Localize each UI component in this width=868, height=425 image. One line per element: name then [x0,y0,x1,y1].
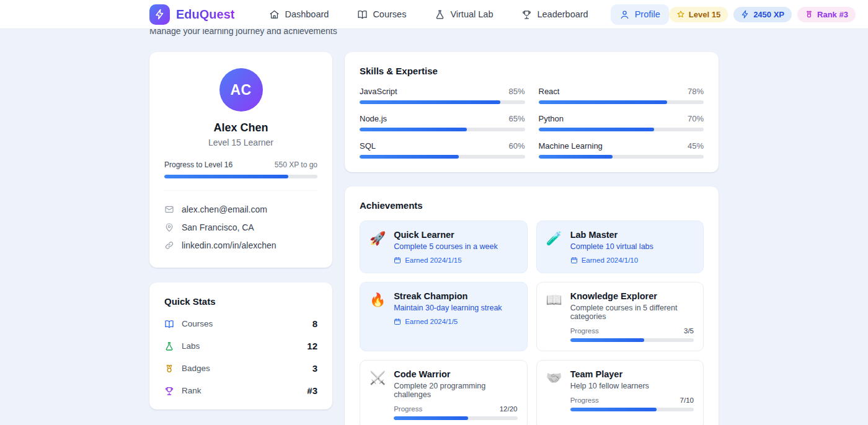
calendar-icon [394,256,401,264]
achievement-name: Knowledge Explorer [570,291,694,301]
test-tube-icon: 🧪 [546,230,562,264]
stat-label: Courses [182,319,213,328]
skill-name: Python [539,114,564,123]
trophy-icon [521,9,532,20]
rocket-icon: 🚀 [370,230,386,264]
skill-name: SQL [360,141,376,151]
skill-percent: 85% [508,87,525,96]
achievement-progress-bar [394,416,517,420]
medal-icon [164,364,174,374]
person-icon [619,9,630,20]
right-column: Skills & Expertise JavaScript85% React78… [345,52,719,425]
skills-grid: JavaScript85% React78% Node.js65% Python… [360,87,704,159]
achievement-desc: Help 10 fellow learners [570,382,694,390]
skill-machine-learning: Machine Learning45% [539,141,704,159]
progress-value: 7/10 [680,397,694,404]
nav-label: Courses [373,9,406,19]
email-value: alex.chen@email.com [182,204,267,214]
skill-percent: 60% [508,141,525,151]
skill-bar [360,100,525,104]
stat-value: 8 [312,318,317,329]
rank-badge[interactable]: Rank #3 [797,7,856,22]
stat-value: 12 [307,341,317,351]
achievement-team-player[interactable]: 🤝 Team Player Help 10 fellow learners Pr… [536,360,704,425]
xp-badge-label: 2450 XP [753,10,784,19]
calendar-icon [394,318,401,325]
nav-leaderboard[interactable]: Leaderboard [515,5,594,24]
profile-card: AC Alex Chen Level 15 Learner Progress t… [149,52,332,268]
skill-name: React [539,87,560,96]
achievement-name: Code Warrior [394,369,517,379]
stat-badges: Badges 3 [164,363,317,374]
achievement-knowledge-explorer[interactable]: 📖 Knowledge Explorer Complete courses in… [536,282,704,351]
achievements-title: Achievements [360,200,704,211]
contact-linkedin[interactable]: linkedin.com/in/alexchen [164,236,317,254]
skill-bar [360,155,525,159]
profile-name: Alex Chen [164,121,317,134]
xp-to-go-label: 550 XP to go [275,160,317,169]
profile-page: Manage your learning journey and achieve… [149,0,719,425]
profile-level-title: Level 15 Learner [164,138,317,147]
nav-profile[interactable]: Profile [611,4,669,25]
calendar-icon [570,256,578,264]
achievement-lab-master[interactable]: 🧪 Lab Master Complete 10 virtual labs Ea… [536,221,704,273]
skill-name: Node.js [360,114,387,123]
stat-label: Labs [182,341,200,351]
main-nav: Dashboard Courses Virtual Lab Leaderboar… [263,4,668,25]
stat-labs: Labs 12 [164,341,317,351]
achievement-code-warrior[interactable]: ⚔️ Code Warrior Complete 20 programming … [360,360,528,425]
progress-value: 3/5 [684,327,694,335]
crossed-swords-icon: ⚔️ [370,369,386,420]
stat-rank: Rank #3 [164,385,317,396]
progress-label: Progress [570,327,599,335]
achievement-desc: Complete 10 virtual labs [570,242,694,251]
stat-value: #3 [307,385,317,396]
xp-badge[interactable]: 2450 XP [733,7,792,22]
achievement-name: Streak Champion [394,291,517,301]
achievement-desc: Complete 20 programming challenges [394,382,517,399]
nav-courses[interactable]: Courses [351,5,412,24]
stat-label: Badges [182,364,210,373]
skill-react: React78% [539,87,704,104]
skill-python: Python70% [539,114,704,131]
level-progress-label: Progress to Level 16 [164,160,232,169]
earned-date: Earned 2024/1/15 [405,256,461,264]
home-icon [269,9,280,20]
skill-percent: 45% [688,141,704,151]
contact-location: San Francisco, CA [164,218,317,236]
brand-name: EduQuest [176,7,234,22]
nav-label: Dashboard [285,9,329,19]
nav-dashboard[interactable]: Dashboard [263,5,335,24]
skill-percent: 70% [688,114,704,123]
achievement-streak-champion[interactable]: 🔥 Streak Champion Maintain 30-day learni… [360,282,528,351]
brand[interactable]: EduQuest [149,4,234,25]
contact-email: alex.chen@email.com [164,200,317,218]
trophy-icon [164,386,174,396]
skill-nodejs: Node.js65% [360,114,525,131]
achievement-desc: Complete courses in 5 different categori… [570,304,694,321]
achievement-name: Lab Master [570,230,694,240]
location-pin-icon [164,222,174,232]
skill-name: JavaScript [360,87,397,96]
flask-icon [164,341,174,351]
skill-javascript: JavaScript85% [360,87,525,104]
linkedin-value: linkedin.com/in/alexchen [182,240,277,250]
nav-virtual-lab[interactable]: Virtual Lab [428,5,499,24]
handshake-icon: 🤝 [546,369,562,420]
achievements-card: Achievements 🚀 Quick Learner Complete 5 … [345,186,719,425]
skills-card: Skills & Expertise JavaScript85% React78… [345,52,719,172]
avatar: AC [219,68,263,112]
location-value: San Francisco, CA [182,222,254,232]
book-icon [357,9,368,20]
achievements-grid: 🚀 Quick Learner Complete 5 courses in a … [360,221,704,425]
star-icon [676,10,685,19]
flask-icon [435,9,445,20]
fire-icon: 🔥 [370,291,386,342]
achievement-progress-bar [570,338,694,342]
medal-icon [805,10,813,19]
stat-value: 3 [312,363,317,374]
skills-title: Skills & Expertise [360,66,704,76]
achievement-quick-learner[interactable]: 🚀 Quick Learner Complete 5 courses in a … [360,221,528,273]
skill-bar [360,128,525,131]
level-badge[interactable]: Level 15 [669,7,728,22]
